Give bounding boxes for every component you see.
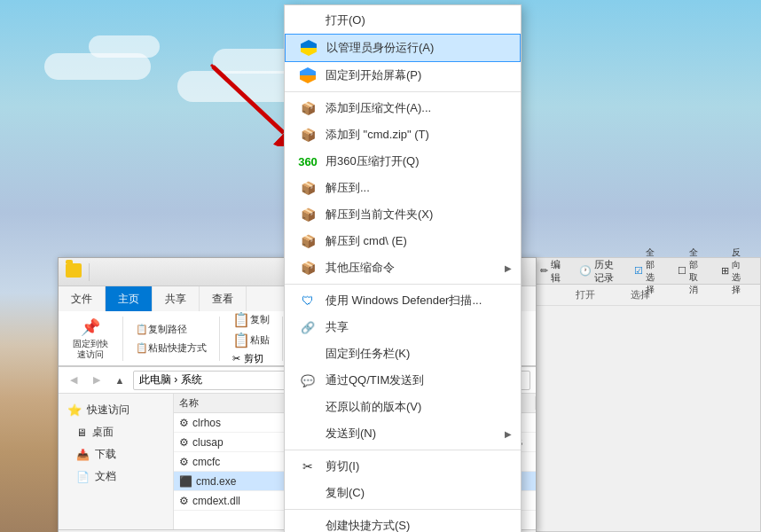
invert-icon: ⊞ [721,265,729,277]
scissors-icon: ✂ [232,353,240,364]
360-icon: 360 [299,153,317,170]
share-icon: 🔗 [299,318,317,336]
sidebar-item-documents[interactable]: 📄 文档 [59,466,173,488]
paste-shortcut-btn[interactable]: 📋 粘贴快捷方式 [130,340,212,356]
svg-line-2 [211,65,282,131]
desktop-icon: 🖥 [76,426,87,439]
ribbon-sep-2 [219,317,220,361]
menu-item-send-qq[interactable]: 💬 通过QQ/TIM发送到 [285,367,521,394]
sidebar-item-downloads[interactable]: 📥 下载 [59,443,173,466]
menu-item-add-archive[interactable]: 📦 添加到压缩文件(A)... [285,95,521,121]
sidebar-nav: ⭐ 快速访问 🖥 桌面 📥 下载 📄 文档 [59,394,174,529]
menu-item-extract-to[interactable]: 📦 解压到... [285,175,521,201]
tab-home[interactable]: 主页 [106,286,153,311]
menu-item-defender[interactable]: 🛡 使用 Windows Defender扫描... [285,287,521,314]
sidebar-item-quick-access[interactable]: ⭐ 快速访问 [59,399,173,421]
pin-start-icon [299,66,317,84]
cut-icon: ✂ [299,458,317,475]
menu-item-pin-taskbar[interactable]: 固定到任务栏(K) [285,340,521,367]
pin-icon: 📌 [81,317,100,337]
history-icon: 🕐 [579,265,592,277]
select-all-icon: ☑ [634,265,643,277]
file-icon: ⚙ [179,436,189,449]
select-none-icon: ☐ [678,265,686,277]
invert-btn[interactable]: ⊞ 反向选择 [714,245,755,298]
menu-item-extract-here[interactable]: 📦 解压到当前文件夹(X) [285,201,521,228]
pin-button[interactable]: 📌 固定到快速访问 [66,314,115,364]
cut-btn[interactable]: ✂ 剪切 [227,350,275,367]
winrar-icon-5: 📦 [299,232,317,250]
open-icon [299,12,317,29]
back-button[interactable]: ◀ [64,371,83,390]
send-to-icon [299,425,317,442]
downloads-icon: 📥 [76,449,90,461]
defender-icon: 🛡 [299,292,317,309]
file-icon: ⚙ [179,417,189,429]
winrar-icon-3: 📦 [299,179,317,197]
menu-item-pin-start[interactable]: 固定到开始屏幕(P) [285,62,521,89]
taskbar-pin-icon [299,345,317,363]
file-icon: ⚙ [179,495,189,507]
file-icon: ⚙ [179,456,189,468]
menu-item-share[interactable]: 🔗 共享 [285,314,521,340]
menu-sep-4 [285,509,521,510]
history-btn[interactable]: 🕐 历史记录 [572,256,624,286]
cloud-2 [89,35,160,58]
select-none-btn[interactable]: ☐ 全部取消 [671,245,712,298]
sidebar-item-desktop[interactable]: 🖥 桌面 [59,421,173,443]
shield-admin-icon [300,39,318,57]
titlebar-icons [66,263,93,281]
copy-path-btn[interactable]: 📋 复制路径 [130,321,212,338]
copy-btn[interactable]: 📋 复制 [227,309,275,330]
shortcut-icon [299,517,317,532]
menu-item-cut[interactable]: ✂ 剪切(I) [285,453,521,480]
menu-item-shortcut[interactable]: 创建快捷方式(S) [285,512,521,532]
winrar-icon-6: 📦 [299,259,317,277]
documents-icon: 📄 [76,471,90,483]
menu-item-restore[interactable]: 还原以前的版本(V) [285,394,521,420]
menu-item-add-zip[interactable]: 📦 添加到 "cmd.zip" (T) [285,121,521,148]
copy-icon [299,484,317,502]
edit-icon: ✏ [540,265,548,277]
menu-sep-3 [285,450,521,450]
menu-item-open-360[interactable]: 360 用360压缩打开(Q) [285,148,521,175]
ribbon-sep-3 [282,317,283,361]
winrar-icon-2: 📦 [299,126,317,144]
menu-item-extract-cmd[interactable]: 📦 解压到 cmd\ (E) [285,228,521,254]
menu-item-open[interactable]: 打开(O) [285,7,521,34]
folder-icon [66,263,82,278]
restore-icon [299,398,317,416]
ribbon-sep-1 [122,317,123,361]
menu-sep-1 [285,91,521,92]
titlebar-divider [89,263,90,281]
star-icon: ⭐ [67,403,82,417]
qq-icon: 💬 [299,372,317,389]
edit-btn[interactable]: ✏ 编辑 [533,256,568,286]
forward-button[interactable]: ▶ [87,371,106,390]
menu-item-other-compress[interactable]: 📦 其他压缩命令 [285,254,521,281]
winrar-icon-4: 📦 [299,206,317,223]
context-menu: 打开(O) 以管理员身份运行(A) 固定到开始屏幕(P) 📦 添加到压缩文件(A… [284,4,522,532]
menu-sep-2 [285,284,521,285]
menu-item-run-as-admin[interactable]: 以管理员身份运行(A) [285,34,521,62]
tab-share[interactable]: 共享 [153,286,200,311]
cmd-icon: ⬛ [179,475,192,488]
paste-btn[interactable]: 📋 粘贴 [227,330,275,350]
menu-item-copy[interactable]: 复制(C) [285,480,521,506]
tab-file[interactable]: 文件 [59,286,106,311]
up-button[interactable]: ▲ [110,371,129,390]
tab-view[interactable]: 查看 [200,286,247,311]
winrar-icon-1: 📦 [299,99,317,117]
menu-item-send-to[interactable]: 发送到(N) [285,420,521,447]
